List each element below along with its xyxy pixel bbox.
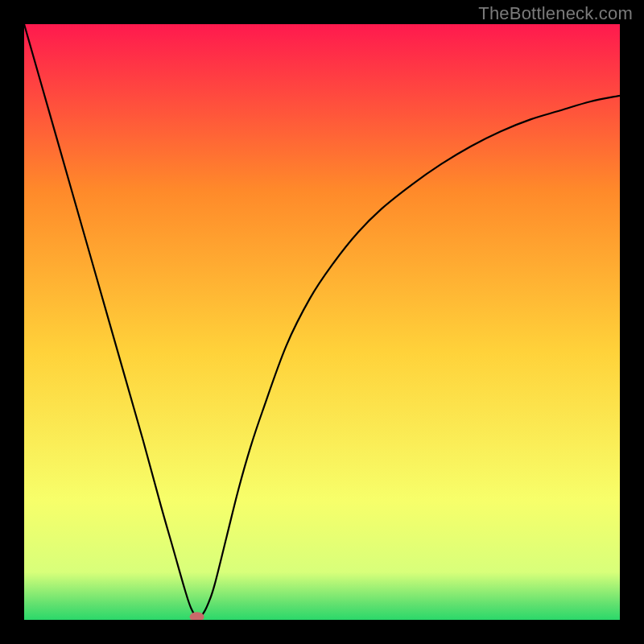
watermark-text: TheBottleneck.com <box>478 3 633 24</box>
chart-frame: TheBottleneck.com <box>0 0 644 644</box>
chart-svg <box>24 24 620 620</box>
gradient-background <box>24 24 620 620</box>
plot-area <box>24 24 620 620</box>
